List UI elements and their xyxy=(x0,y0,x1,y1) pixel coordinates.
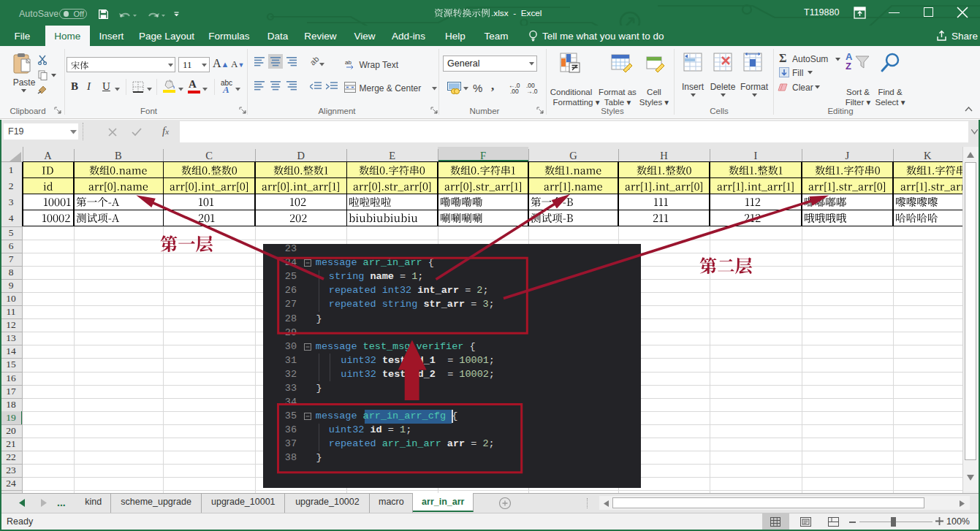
svg-text:.00: .00 xyxy=(510,88,519,94)
svg-text:ab: ab xyxy=(345,59,352,66)
